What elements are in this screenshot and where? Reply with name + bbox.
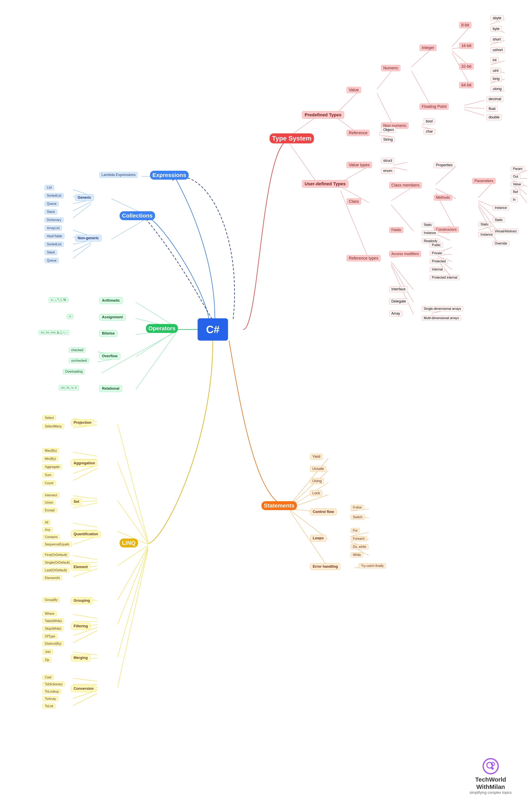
svg-line-68 (73, 202, 91, 211)
linq-node[interactable]: LINQ (120, 538, 138, 547)
filtering-node[interactable]: Filtering (71, 623, 91, 629)
byte-node: byte (490, 26, 502, 32)
predefined-types-node[interactable]: Predefined Types (302, 111, 344, 119)
yield-node: Yield (310, 454, 323, 460)
quantification-node[interactable]: Quantification (71, 531, 101, 537)
error-handling-node[interactable]: Error handling (310, 563, 341, 570)
lastordefault-node: Last(OrDefault) (43, 568, 69, 573)
static-constructor-node: Static (478, 222, 491, 227)
svg-line-98 (73, 523, 97, 527)
svg-line-20 (377, 93, 393, 126)
merging-node[interactable]: Merging (71, 655, 90, 661)
minby-node: Min(By) (43, 456, 58, 461)
arithmetic-leaf: +, -, *, /, % (49, 297, 68, 303)
svg-point-140 (491, 767, 494, 770)
set-node[interactable]: Set (71, 499, 82, 505)
64bit-node[interactable]: 64-bit (459, 82, 474, 88)
logo-text: TechWorldWithMilan (475, 776, 506, 791)
aggregation-node[interactable]: Aggregation (71, 460, 98, 466)
relational-node[interactable]: Relational (99, 385, 122, 392)
hashtable-node[interactable]: HashTable (45, 233, 64, 239)
value-param-node: Value (511, 182, 523, 187)
join-node: Join (43, 649, 53, 655)
overloading-node: Overloading (63, 369, 85, 374)
public-node: Public (430, 243, 443, 248)
overflow-node[interactable]: Overflow (99, 353, 120, 359)
parameters-node[interactable]: Parameters (472, 178, 496, 184)
floating-point-node[interactable]: Floating Point (420, 103, 449, 110)
center-node[interactable]: C# (198, 318, 228, 341)
collections-node[interactable]: Collections (120, 211, 155, 220)
bitwise-node[interactable]: Bitwise (99, 330, 118, 337)
reference-types-node[interactable]: Reference types (347, 255, 380, 261)
generic-node[interactable]: Generic (75, 194, 94, 201)
svg-line-17 (464, 101, 484, 105)
svg-line-92 (73, 468, 97, 480)
queue-ng-node[interactable]: Queue (45, 258, 59, 263)
16bit-node[interactable]: 16-bit (459, 43, 474, 49)
reference-predefined-node[interactable]: Reference (347, 130, 370, 136)
svg-line-1 (337, 91, 359, 113)
arithmetic-node[interactable]: Arithmetic (99, 297, 123, 304)
unchecked-node: unchecked (69, 358, 89, 363)
control-flow-node[interactable]: Control flow (310, 508, 337, 515)
svg-line-76 (136, 302, 176, 327)
operators-node[interactable]: Operators (146, 324, 178, 333)
protected-internal-node: Protected internal (430, 275, 459, 280)
decimal-node: decimal (486, 96, 503, 102)
dictionary-node[interactable]: Dictionary (45, 217, 63, 223)
integer-node[interactable]: Integer (420, 45, 437, 51)
methods-node[interactable]: Methods (434, 195, 452, 200)
any-node: Any (43, 527, 53, 532)
svg-line-19 (464, 109, 484, 116)
svg-line-75 (73, 244, 91, 259)
intersect-node: Intersect (43, 493, 59, 498)
fields-node[interactable]: Fields (389, 227, 403, 233)
svg-line-29 (393, 167, 407, 170)
grouping-node[interactable]: Grouping (71, 597, 93, 604)
element-node[interactable]: Element (71, 564, 90, 570)
loops-node[interactable]: Loops (310, 535, 326, 541)
stack-generic-node[interactable]: Stack (45, 209, 57, 215)
switch-node: Switch (350, 515, 364, 520)
svg-line-16 (411, 71, 432, 107)
svg-line-103 (73, 555, 97, 560)
value-node[interactable]: Value (347, 87, 361, 93)
type-system-node[interactable]: Type System (269, 134, 314, 143)
param-node: Param (511, 166, 525, 171)
toarray-node: ToArray (43, 696, 58, 702)
non-generic-node[interactable]: Non-generic (75, 235, 101, 242)
8bit-node[interactable]: 8-bit (459, 22, 471, 28)
statements-node[interactable]: Statements (262, 501, 297, 510)
user-defined-types-node[interactable]: User-defined Types (302, 180, 348, 188)
tolookup-node: ToLookup (43, 689, 61, 694)
queue-generic-node[interactable]: Queue (45, 201, 59, 206)
stack-ng-node[interactable]: Stack (45, 250, 57, 255)
sortedlist-generic-node[interactable]: SortedList (45, 193, 64, 198)
multi-dim-node: Multi-dimensional arrays (422, 316, 461, 321)
projection-node[interactable]: Projection (71, 419, 94, 426)
in-node: In (511, 197, 518, 202)
svg-line-2 (377, 69, 393, 89)
sortedlist-ng-node[interactable]: SortedList (45, 242, 64, 247)
todictionary-node: ToDictionary (43, 682, 65, 687)
numeric-node[interactable]: Numeric (381, 65, 401, 71)
properties-node: Properties (434, 162, 455, 168)
class-node[interactable]: Class (347, 198, 361, 204)
lambda-node[interactable]: Lambda Expressions (99, 172, 138, 178)
conversion-node[interactable]: Conversion (71, 685, 96, 692)
expressions-node[interactable]: Expressions (150, 171, 189, 180)
svg-line-34 (478, 183, 492, 198)
svg-line-79 (136, 331, 176, 357)
assignment-node[interactable]: Assignment (99, 314, 125, 321)
list-node[interactable]: List (45, 185, 54, 190)
sum-node: Sum (43, 472, 54, 478)
access-modifiers-node[interactable]: Access modifiers (389, 251, 421, 257)
32bit-node[interactable]: 32-bit (459, 63, 474, 70)
class-members-node[interactable]: Class members (389, 182, 422, 188)
value-types-node[interactable]: Value types (347, 162, 372, 168)
arraylist-node[interactable]: ArrayList (45, 226, 62, 231)
except-node: Except (43, 508, 57, 513)
firstordefault-node: First(OrDefault) (43, 552, 69, 557)
try-catch-node: Try-catch-finally (359, 563, 386, 568)
